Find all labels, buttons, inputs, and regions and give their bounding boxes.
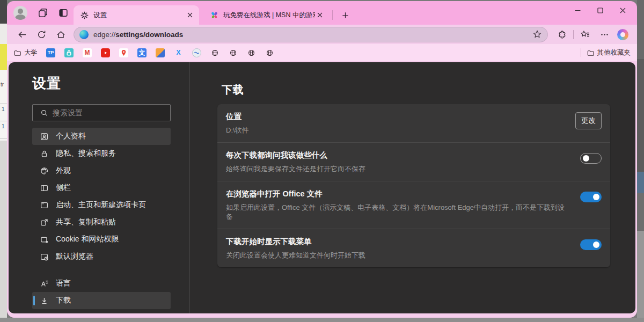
background-bottom-strip [0,318,644,322]
favorites-list-icon[interactable] [579,28,591,40]
home-window-icon [40,201,49,210]
settings-more-icon[interactable] [598,28,610,40]
add-favorite-star-icon[interactable] [532,30,542,39]
minimize-button[interactable] [566,1,589,19]
youtube-favicon-icon[interactable] [101,48,110,57]
setting-subtitle: 关闭此设置会使人更难知道文件何时开始下载 [226,251,572,260]
tab-actions-menu-icon[interactable] [58,8,69,18]
new-tab-button[interactable] [338,8,352,22]
refresh-icon[interactable] [35,28,47,40]
edge-logo-icon [79,30,89,39]
setting-toggle-on[interactable] [580,192,602,202]
globe-site-3-favicon-icon[interactable] [247,48,256,57]
sheet-text-fragment: tr [1,82,4,87]
globe-site-1-favicon-icon[interactable] [210,48,219,57]
background-left-gray [0,141,7,318]
setting-row-1: 每次下载都询问我该做些什么始终询问我是要保存文件还是打开它而不保存 [217,142,610,181]
setting-toggle-off[interactable] [580,153,602,164]
sidebar-layout-icon [40,184,49,193]
maximize-button[interactable] [589,1,611,19]
orange-blue-site-favicon-icon[interactable] [156,48,165,57]
x-site-favicon-icon[interactable]: X [174,48,183,57]
settings-search-box[interactable] [32,104,171,121]
setting-title: 位置 [226,111,567,122]
google-translate-favicon-icon[interactable]: 文 [137,48,147,57]
tab-title: 玩免费在线游戏 | MSN 中的游戏 [223,11,315,20]
tab-msn-games[interactable]: 玩免费在线游戏 | MSN 中的游戏 [203,5,328,25]
sidebar-item-2[interactable]: 外观 [32,162,171,179]
sidebar-item-4[interactable]: 启动、主页和新建选项卡页 [32,196,171,214]
copilot-icon[interactable] [617,29,628,40]
profile-avatar[interactable] [13,6,27,20]
page-title: 下载 [222,83,244,97]
background-left-yellow [0,44,7,70]
setting-toggle-on[interactable] [580,239,602,250]
sidebar-item-label: 个人资料 [56,131,86,141]
tp-site-favicon-icon[interactable]: TP [46,48,55,57]
tab-title: 设置 [93,11,185,20]
globe-site-4-favicon-icon[interactable] [265,48,274,57]
sidebar-item-9[interactable]: 下载 [32,292,171,309]
tab-settings[interactable]: 设置 [74,5,199,25]
background-right-bottom [637,231,644,318]
browser-essentials-icon[interactable] [556,28,568,40]
setting-subtitle: D:\软件 [226,126,567,135]
setting-title: 下载开始时显示下载菜单 [226,236,572,247]
sidebar-item-6[interactable]: Cookie 和网站权限 [32,231,171,248]
toggle-knob [593,194,599,200]
close-tab-icon[interactable] [185,10,195,20]
close-window-button[interactable] [611,1,634,19]
sidebar-item-10[interactable]: 辅助功能 [32,309,171,313]
setting-row-2: 在浏览器中打开 Office 文件如果启用此设置，Office 文件（演示文稿、… [217,181,610,229]
sidebar-item-3[interactable]: 侧栏 [32,179,171,196]
back-icon[interactable] [16,28,28,40]
person-icon [40,132,49,141]
sidebar-item-label: 共享、复制和粘贴 [56,217,116,227]
other-favorites-folder[interactable]: 其他收藏夹 [587,48,631,57]
settings-search-input[interactable] [52,108,166,118]
password-lock-favicon-icon[interactable] [64,48,74,57]
setting-title: 在浏览器中打开 Office 文件 [226,188,572,199]
setting-text: 每次下载都询问我该做些什么始终询问我是要保存文件还是打开它而不保存 [226,150,580,173]
bookmark-folder-university[interactable]: 大学 [13,48,38,57]
sidebar-item-0[interactable]: 个人资料 [32,128,171,145]
background-right-top [637,0,644,59]
sidebar-item-8[interactable]: 语言 [32,275,171,292]
toolbar-divider [573,30,574,39]
globe-site-2-favicon-icon[interactable] [229,48,238,57]
close-tab-icon[interactable] [315,10,325,20]
settings-sidebar: 设置 个人资料隐私、搜索和服务外观侧栏启动、主页和新建选项卡页共享、复制和粘贴C… [9,62,189,313]
sidebar-item-5[interactable]: 共享、复制和粘贴 [32,214,171,231]
gmail-favicon-icon[interactable]: M [83,48,92,57]
settings-nav: 个人资料隐私、搜索和服务外观侧栏启动、主页和新建选项卡页共享、复制和粘贴Cook… [32,128,171,313]
sidebar-item-label: Cookie 和网站权限 [56,235,119,244]
share-icon [40,218,49,227]
tab-divider [332,10,333,20]
round-logo-site-favicon-icon[interactable] [192,48,201,57]
background-right-mid [637,59,644,172]
browser-check-icon [40,252,49,261]
background-right-lower [637,193,644,231]
sidebar-item-label: 默认浏览器 [56,252,93,261]
toggle-knob [583,155,589,162]
sidebar-item-7[interactable]: 默认浏览器 [32,248,171,265]
settings-page: 设置 个人资料隐私、搜索和服务外观侧栏启动、主页和新建选项卡页共享、复制和粘贴C… [9,62,635,313]
sidebar-item-label: 辅助功能 [56,313,86,313]
workspaces-icon[interactable] [38,8,48,18]
bookmark-folder-label: 大学 [24,48,38,57]
change-location-button[interactable]: 更改 [575,112,602,129]
address-bar[interactable]: edge://settings/downloads [74,27,548,42]
background-left-dark [0,0,7,24]
sidebar-item-1[interactable]: 隐私、搜索和服务 [32,145,171,162]
sidebar-item-label: 侧栏 [56,183,71,193]
setting-subtitle: 如果启用此设置，Office 文件（演示文稿、电子表格、文档）将在Microso… [226,203,572,221]
sheet-line [0,138,7,138]
download-icon [40,296,49,305]
sidebar-item-label: 启动、主页和新建选项卡页 [56,200,146,210]
setting-control [580,189,602,202]
home-icon[interactable] [55,28,67,40]
google-maps-favicon-icon[interactable] [119,48,128,57]
settings-title: 设置 [32,74,61,93]
folder-icon [587,49,595,57]
lock-icon [40,149,49,158]
